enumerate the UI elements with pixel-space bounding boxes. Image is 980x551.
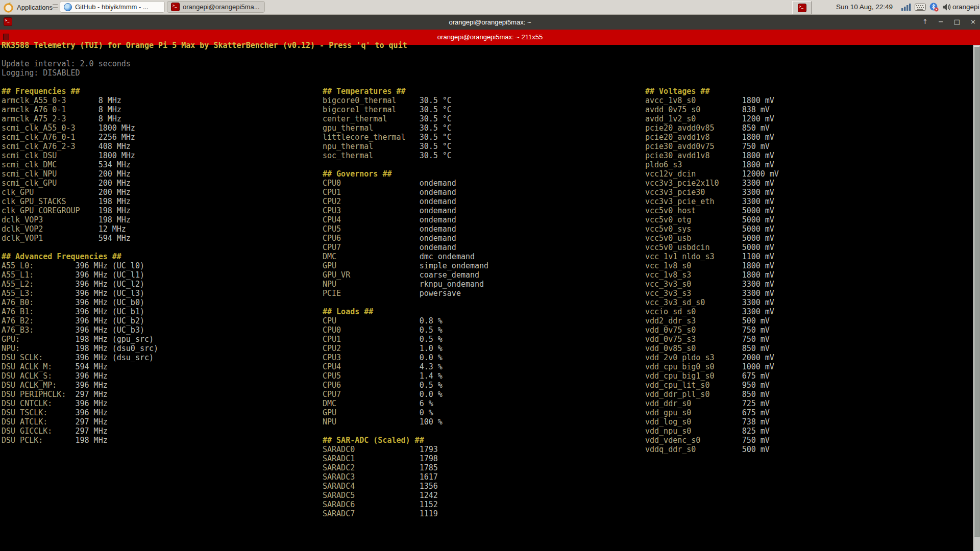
telemetry-row: soc_thermal30.5 °C	[323, 151, 488, 160]
metric-label: vdd_2v0_pldo_s3	[645, 353, 742, 362]
terminal-scrollbar[interactable]	[973, 45, 980, 551]
metric-value: 2000 mV	[742, 353, 774, 362]
applications-menu-label: Applications	[17, 4, 53, 11]
panel-clock[interactable]: Sun 10 Aug, 22:49	[836, 0, 893, 14]
telemetry-row: SARADC61152	[323, 500, 488, 509]
volume-icon[interactable]	[942, 3, 952, 11]
telemetry-row: vcc5v0_usbdcin5000 mV	[645, 243, 779, 252]
session-user-label[interactable]: orangepi	[952, 0, 979, 14]
telemetry-row: vdd_log_s0738 mV	[645, 417, 779, 427]
metric-label: soc_thermal	[323, 151, 420, 160]
metric-value: 3300 mV	[742, 280, 774, 289]
update-interval-line: Update interval: 2.0 seconds	[2, 59, 407, 68]
applications-menu-button[interactable]: Applications	[0, 0, 56, 14]
metric-value: 725 mV	[742, 399, 770, 408]
taskbar-window-button-terminal[interactable]: orangepi@orangepi5ma...	[167, 1, 265, 13]
telemetry-row: CPU51.4 %	[323, 371, 488, 381]
metric-value: 100 %	[420, 417, 443, 427]
metric-value: 1100 mV	[742, 252, 774, 261]
metric-label: SARADC2	[323, 463, 420, 472]
metric-label: A55_L1:	[2, 270, 75, 280]
telemetry-row: vcc3v3_pcie303300 mV	[645, 188, 779, 197]
metric-value: 5000 mV	[742, 206, 774, 215]
terminal-icon	[171, 3, 180, 11]
bluetooth-disabled-icon[interactable]	[929, 3, 939, 12]
telemetry-row: vcc_1v1_nldo_s31100 mV	[645, 252, 779, 261]
maximize-button[interactable]: □	[954, 14, 960, 30]
keyboard-icon[interactable]	[915, 3, 926, 11]
terminal-content: RK3588 Telemetry (TUI) for Orange Pi 5 M…	[0, 45, 980, 551]
metric-value: 750 mV	[742, 335, 770, 344]
metric-value: 750 mV	[742, 325, 770, 335]
metric-value: 198 MHz	[99, 206, 131, 215]
telemetry-row: vcc5v0_sys5000 mV	[645, 224, 779, 234]
metric-label: pcie20_avdd0v85	[645, 123, 742, 133]
metric-label: scmi_clk_NPU	[2, 169, 99, 179]
telemetry-row: vcc3v3_pcie_eth3300 mV	[645, 197, 779, 206]
metric-label: vdd_0v85_s0	[645, 344, 742, 353]
telemetry-row: SARADC71119	[323, 509, 488, 518]
metric-value: 825 mV	[742, 427, 770, 436]
metric-value: 1785	[420, 463, 438, 472]
telemetry-row: vcc_3v3_s03300 mV	[645, 280, 779, 289]
network-signal-icon[interactable]	[901, 3, 911, 11]
metric-label: DSU SCLK:	[2, 353, 75, 362]
metric-value: 0.0 %	[420, 390, 443, 399]
shade-button[interactable]: ↑	[922, 14, 928, 30]
metric-label: vcc_3v3_sd_s0	[645, 298, 742, 307]
metric-value: 396 MHz (UC_l2)	[75, 280, 144, 289]
metric-label: scmi_clk_A76_2-3	[2, 142, 99, 151]
metric-value: 1800 mV	[742, 160, 774, 169]
telemetry-row: pcie30_avdd0v75750 mV	[645, 142, 779, 151]
metric-label: vdd2_ddr_s3	[645, 316, 742, 325]
panel-terminal-launcher[interactable]	[792, 1, 812, 14]
metric-label: vdd_ddr_pll_s0	[645, 390, 742, 399]
metric-value: 297 MHz	[75, 427, 107, 436]
metric-label: CPU4	[323, 362, 420, 371]
telemetry-row: SARADC41356	[323, 482, 488, 491]
close-button[interactable]: ×	[970, 14, 976, 30]
metric-label: DSU PERIPHCLK:	[2, 390, 75, 399]
telemetry-row: pcie20_avdd1v81800 mV	[645, 133, 779, 142]
metric-label: npu_thermal	[323, 142, 420, 151]
metric-label: CPU	[323, 316, 420, 325]
window-list-handle-icon[interactable]	[53, 4, 58, 10]
scrollbar-thumb[interactable]	[974, 46, 979, 537]
metric-value: 30.5 °C	[420, 114, 452, 123]
telemetry-row: GPUsimple_ondemand	[323, 261, 488, 270]
telemetry-row: CPU7ondemand	[323, 243, 488, 252]
metric-label: vcc_3v3_s0	[645, 280, 742, 289]
metric-label: DMC	[323, 399, 420, 408]
taskbar-window-button-github[interactable]: GitHub - hbiyik/mmm - ...	[60, 1, 165, 13]
window-title: orangepi@orangepi5max: ~	[0, 18, 980, 26]
metric-value: 297 MHz	[75, 390, 107, 399]
metric-label: DSU ATCLK:	[2, 417, 75, 427]
terminal-column-middle: ## Temperatures ##bigcore0_thermal30.5 °…	[323, 87, 488, 518]
metric-label: avdd_0v75_s0	[645, 105, 742, 114]
telemetry-row: vcc12v_dcin12000 mV	[645, 169, 779, 179]
metric-label: vcc3v3_pcie_eth	[645, 197, 742, 206]
metric-label: scmi_clk_A76_0-1	[2, 133, 99, 142]
metric-label: SARADC4	[323, 482, 420, 491]
metric-value: 198 MHz	[99, 215, 131, 224]
metric-value: 0.5 %	[420, 325, 443, 335]
telemetry-row: DMCdmc_ondemand	[323, 252, 488, 261]
metric-label: GPU_VR	[323, 270, 420, 280]
telemetry-row: bigcore1_thermal30.5 °C	[323, 105, 488, 114]
telemetry-row: bigcore0_thermal30.5 °C	[323, 96, 488, 105]
metric-label: pcie30_avdd0v75	[645, 142, 742, 151]
metric-value: 297 MHz	[75, 417, 107, 427]
metric-value: 396 MHz	[75, 408, 107, 417]
metric-label: GPU	[323, 408, 420, 417]
metric-value: 3300 mV	[742, 179, 774, 188]
metric-label: armclk_A75_2-3	[2, 114, 99, 123]
metric-value: 850 mV	[742, 344, 770, 353]
telemetry-row: SARADC11798	[323, 454, 488, 463]
metric-value: 675 mV	[742, 408, 770, 417]
metric-label: clk_GPU	[2, 188, 99, 197]
metric-label: vcc12v_dcin	[645, 169, 742, 179]
telemetry-row: vdd_cpu_big1_s0675 mV	[645, 371, 779, 381]
minimize-button[interactable]: −	[938, 14, 944, 30]
telemetry-row: gpu_thermal30.5 °C	[323, 123, 488, 133]
metric-label: littlecore_thermal	[323, 133, 420, 142]
